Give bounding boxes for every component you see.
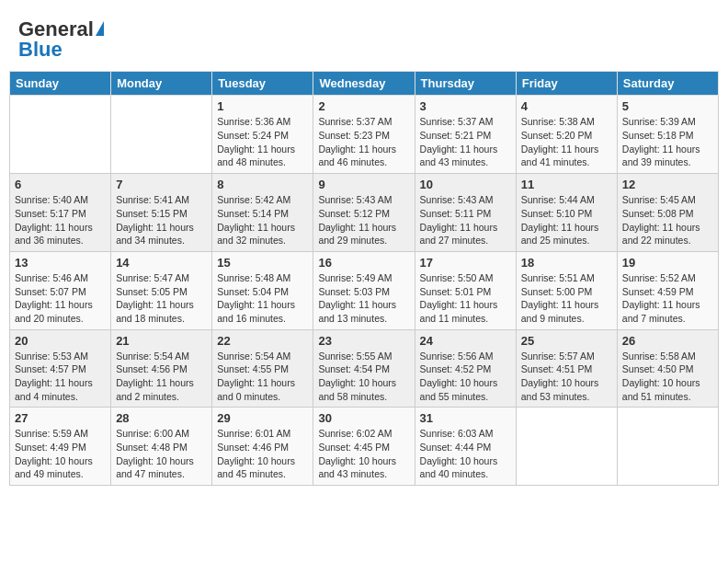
sunrise-text: Sunrise: 5:54 AM [217, 350, 290, 362]
sunset-text: Sunset: 4:49 PM [15, 442, 86, 453]
sunrise-text: Sunrise: 5:46 AM [15, 272, 88, 283]
sunset-text: Sunset: 5:01 PM [420, 286, 492, 297]
day-info: Sunrise: 5:43 AM Sunset: 5:12 PM Dayligh… [318, 193, 409, 247]
daylight-text: Daylight: 11 hours and 39 minutes. [622, 144, 700, 168]
sunrise-text: Sunrise: 5:52 AM [622, 272, 696, 283]
daylight-text: Daylight: 10 hours and 45 minutes. [217, 455, 295, 480]
day-number: 2 [318, 99, 409, 113]
calendar-week-3: 13 Sunrise: 5:46 AM Sunset: 5:07 PM Dayl… [10, 251, 719, 329]
sunrise-text: Sunrise: 5:40 AM [15, 194, 88, 205]
daylight-text: Daylight: 10 hours and 55 minutes. [420, 377, 498, 402]
calendar-cell: 14 Sunrise: 5:47 AM Sunset: 5:05 PM Dayl… [111, 251, 212, 329]
calendar-cell: 4 Sunrise: 5:38 AM Sunset: 5:20 PM Dayli… [516, 96, 617, 174]
day-info: Sunrise: 5:46 AM Sunset: 5:07 PM Dayligh… [15, 271, 106, 326]
day-info: Sunrise: 5:48 AM Sunset: 5:04 PM Dayligh… [217, 271, 308, 326]
sunset-text: Sunset: 4:56 PM [116, 363, 188, 374]
sunrise-text: Sunrise: 5:43 AM [318, 194, 392, 205]
day-info: Sunrise: 5:36 AM Sunset: 5:24 PM Dayligh… [217, 115, 308, 169]
calendar-cell: 23 Sunrise: 5:55 AM Sunset: 4:54 PM Dayl… [313, 329, 415, 408]
sunset-text: Sunset: 5:18 PM [622, 130, 694, 141]
sunrise-text: Sunrise: 5:47 AM [116, 272, 189, 283]
sunset-text: Sunset: 5:21 PM [420, 130, 492, 141]
day-info: Sunrise: 6:03 AM Sunset: 4:44 PM Dayligh… [420, 427, 511, 481]
calendar-cell: 31 Sunrise: 6:03 AM Sunset: 4:44 PM Dayl… [415, 408, 516, 486]
sunrise-text: Sunrise: 5:56 AM [420, 350, 494, 362]
sunrise-text: Sunrise: 5:48 AM [217, 272, 290, 283]
calendar-cell: 2 Sunrise: 5:37 AM Sunset: 5:23 PM Dayli… [313, 96, 415, 174]
calendar-cell: 19 Sunrise: 5:52 AM Sunset: 4:59 PM Dayl… [617, 251, 718, 329]
weekday-header-saturday: Saturday [617, 72, 718, 96]
calendar-cell: 3 Sunrise: 5:37 AM Sunset: 5:21 PM Dayli… [415, 96, 516, 174]
day-info: Sunrise: 5:57 AM Sunset: 4:51 PM Dayligh… [521, 350, 612, 404]
sunrise-text: Sunrise: 5:36 AM [217, 116, 290, 127]
day-number: 25 [521, 334, 612, 348]
day-number: 26 [622, 334, 713, 348]
day-number: 23 [318, 334, 409, 348]
sunrise-text: Sunrise: 5:55 AM [318, 350, 392, 362]
sunset-text: Sunset: 5:05 PM [116, 286, 188, 297]
day-number: 29 [217, 411, 308, 425]
daylight-text: Daylight: 10 hours and 51 minutes. [622, 377, 700, 402]
daylight-text: Daylight: 11 hours and 9 minutes. [521, 299, 599, 324]
calendar-week-5: 27 Sunrise: 5:59 AM Sunset: 4:49 PM Dayl… [10, 408, 719, 486]
sunrise-text: Sunrise: 5:39 AM [622, 116, 696, 127]
day-info: Sunrise: 5:37 AM Sunset: 5:21 PM Dayligh… [420, 115, 511, 169]
calendar-cell: 13 Sunrise: 5:46 AM Sunset: 5:07 PM Dayl… [10, 251, 111, 329]
day-info: Sunrise: 6:02 AM Sunset: 4:45 PM Dayligh… [318, 427, 409, 481]
day-number: 27 [15, 411, 106, 425]
day-number: 1 [217, 99, 308, 113]
day-number: 15 [217, 256, 308, 270]
sunset-text: Sunset: 4:52 PM [420, 363, 492, 374]
sunset-text: Sunset: 4:46 PM [217, 442, 289, 453]
day-info: Sunrise: 5:39 AM Sunset: 5:18 PM Dayligh… [622, 115, 713, 169]
calendar-cell: 21 Sunrise: 5:54 AM Sunset: 4:56 PM Dayl… [111, 329, 212, 408]
day-info: Sunrise: 5:58 AM Sunset: 4:50 PM Dayligh… [622, 350, 713, 404]
sunset-text: Sunset: 5:24 PM [217, 130, 289, 141]
daylight-text: Daylight: 11 hours and 20 minutes. [15, 299, 93, 324]
day-info: Sunrise: 5:56 AM Sunset: 4:52 PM Dayligh… [420, 350, 511, 404]
calendar-cell [617, 408, 718, 486]
sunrise-text: Sunrise: 5:38 AM [521, 116, 595, 127]
calendar-table: SundayMondayTuesdayWednesdayThursdayFrid… [9, 71, 719, 486]
calendar-cell: 12 Sunrise: 5:45 AM Sunset: 5:08 PM Dayl… [617, 174, 718, 252]
day-number: 13 [15, 256, 106, 270]
daylight-text: Daylight: 10 hours and 58 minutes. [318, 377, 396, 402]
sunset-text: Sunset: 4:55 PM [217, 363, 289, 374]
day-info: Sunrise: 5:59 AM Sunset: 4:49 PM Dayligh… [15, 427, 106, 481]
sunrise-text: Sunrise: 5:58 AM [622, 350, 696, 362]
day-number: 30 [318, 411, 409, 425]
day-info: Sunrise: 5:55 AM Sunset: 4:54 PM Dayligh… [318, 350, 409, 404]
calendar-week-4: 20 Sunrise: 5:53 AM Sunset: 4:57 PM Dayl… [10, 329, 719, 408]
day-info: Sunrise: 5:51 AM Sunset: 5:00 PM Dayligh… [521, 271, 612, 326]
calendar-cell [111, 96, 212, 174]
sunset-text: Sunset: 5:17 PM [15, 208, 86, 219]
calendar-cell: 18 Sunrise: 5:51 AM Sunset: 5:00 PM Dayl… [516, 251, 617, 329]
day-info: Sunrise: 5:53 AM Sunset: 4:57 PM Dayligh… [15, 350, 106, 404]
daylight-text: Daylight: 11 hours and 7 minutes. [622, 299, 700, 324]
daylight-text: Daylight: 11 hours and 4 minutes. [15, 377, 93, 402]
calendar-cell: 17 Sunrise: 5:50 AM Sunset: 5:01 PM Dayl… [415, 251, 516, 329]
sunset-text: Sunset: 5:07 PM [15, 286, 86, 297]
calendar-cell [10, 96, 111, 174]
day-number: 8 [217, 178, 308, 191]
day-number: 7 [116, 178, 207, 191]
sunset-text: Sunset: 5:04 PM [217, 286, 289, 297]
day-info: Sunrise: 5:45 AM Sunset: 5:08 PM Dayligh… [622, 193, 713, 247]
weekday-header-thursday: Thursday [415, 72, 516, 96]
sunrise-text: Sunrise: 6:02 AM [318, 428, 392, 439]
logo-blue: Blue [18, 38, 63, 61]
calendar-cell: 24 Sunrise: 5:56 AM Sunset: 4:52 PM Dayl… [415, 329, 516, 408]
calendar-cell: 11 Sunrise: 5:44 AM Sunset: 5:10 PM Dayl… [516, 174, 617, 252]
day-info: Sunrise: 5:43 AM Sunset: 5:11 PM Dayligh… [420, 193, 511, 247]
day-number: 17 [420, 256, 511, 270]
page-header: General Blue [9, 9, 719, 65]
daylight-text: Daylight: 11 hours and 32 minutes. [217, 222, 295, 247]
day-number: 24 [420, 334, 511, 348]
daylight-text: Daylight: 10 hours and 47 minutes. [116, 455, 194, 480]
day-info: Sunrise: 5:47 AM Sunset: 5:05 PM Dayligh… [116, 271, 207, 326]
calendar-cell: 5 Sunrise: 5:39 AM Sunset: 5:18 PM Dayli… [617, 96, 718, 174]
calendar-cell: 9 Sunrise: 5:43 AM Sunset: 5:12 PM Dayli… [313, 174, 415, 252]
calendar-cell: 8 Sunrise: 5:42 AM Sunset: 5:14 PM Dayli… [212, 174, 313, 252]
calendar-cell: 6 Sunrise: 5:40 AM Sunset: 5:17 PM Dayli… [10, 174, 111, 252]
logo: General Blue [18, 18, 104, 61]
